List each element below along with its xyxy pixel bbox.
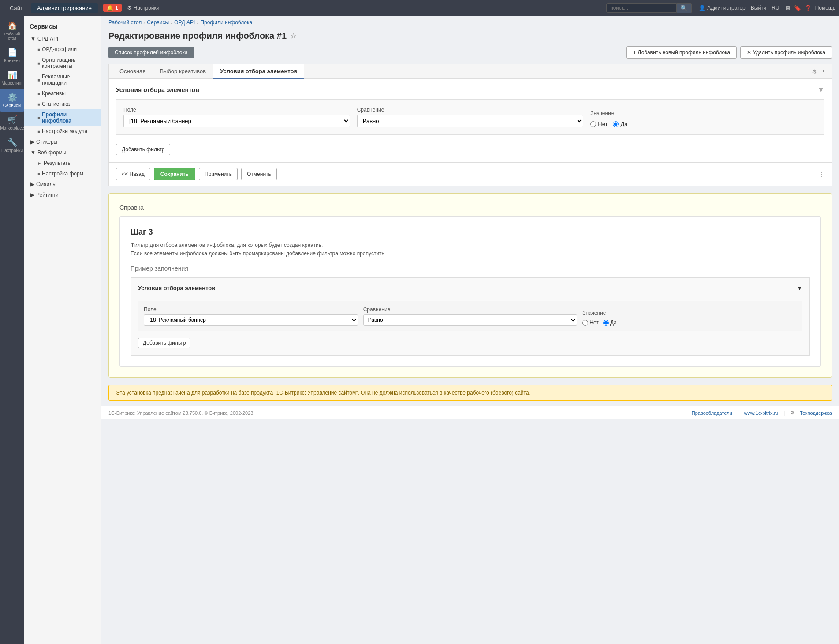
more-options-dots[interactable]: ⋮ [819,171,824,178]
footer-site-link[interactable]: www.1c-bitrix.ru [744,410,779,416]
page-title-area: Редактирование профиля инфоблока #1 ☆ [101,29,839,46]
nav-item-orgs[interactable]: ■ Организации/контрагенты [24,55,101,71]
radio-yes-label[interactable]: Да [613,121,627,127]
sidebar-label-marketing: Маркетинг [1,81,23,86]
help-text: Фильтр для отбора элементов инфоблока, д… [131,241,810,258]
radio-yes[interactable] [613,121,619,127]
nav-dot: ■ [37,61,40,66]
radio-no[interactable] [590,121,596,127]
nav-group-ord-api[interactable]: ▼ ОРД API [24,34,101,44]
site-tab[interactable]: Сайт [4,3,29,13]
sidebar-item-services[interactable]: ⚙️ Сервисы [0,89,24,112]
field-label: Поле [123,107,350,113]
breadcrumb-sep1: › [143,19,145,26]
main-layout: 🏠 Рабочийстол 📄 Контент 📊 Маркетинг ⚙️ С… [0,16,839,644]
sidebar-item-content[interactable]: 📄 Контент [0,44,24,67]
radio-yes-text: Да [620,121,627,127]
filter-collapse-icon[interactable]: ▼ [817,86,824,94]
sidebar-item-marketing[interactable]: 📊 Маркетинг [0,67,24,89]
help-link[interactable]: Помощь [815,5,835,11]
nav-item-creatives[interactable]: ■ Креативы [24,88,101,99]
sidebar-item-settings[interactable]: 🔧 Настройки [0,134,24,156]
nav-item-module-settings[interactable]: ■ Настройки модуля [24,126,101,137]
filter-cols: Поле [18] Рекламный баннер Сравнение Рав… [123,107,817,127]
admin-tab[interactable]: Администрирование [31,3,98,13]
nav-item-stats[interactable]: ■ Статистика [24,99,101,109]
tab-filter[interactable]: Условия отбора элементов [213,64,304,79]
help-radio-no-text: Нет [589,320,598,326]
help-radio-no[interactable] [582,320,588,326]
breadcrumb-dashboard[interactable]: Рабочий стол [108,19,142,26]
nav-item-ad-platforms[interactable]: ■ Рекламные площадки [24,71,101,88]
footer-sep2: | [783,410,785,416]
footer-support-link[interactable]: Техподдержка [800,410,832,416]
sidebar-item-dashboard[interactable]: 🏠 Рабочийстол [0,18,24,44]
nav-group-stickers[interactable]: ▶ Стикеры [24,137,101,147]
radio-no-text: Нет [598,121,608,127]
more-options-icon[interactable]: ⋮ [820,68,826,75]
help-radio-yes[interactable] [603,320,609,326]
dashboard-icon: 🏠 [7,21,17,31]
nav-label-stats: Статистика [42,101,70,107]
tab-creative-selection[interactable]: Выбор креативов [153,64,213,79]
nav-item-ord-profiles[interactable]: ■ ОРД-профили [24,44,101,55]
save-button[interactable]: Сохранить [154,168,195,180]
delete-profile-button[interactable]: ✕ Удалить профиль инфоблока [740,46,832,59]
nav-group-ratings[interactable]: ▶ Рейтинги [24,190,101,200]
field-select[interactable]: [18] Рекламный баннер [123,115,350,127]
help-add-filter-button[interactable]: Добавить фильтр [138,338,190,348]
language-selector[interactable]: RU [772,5,779,11]
tab-basic[interactable]: Основная [112,64,153,79]
warning-text: Эта установка предназначена для разработ… [116,390,530,396]
add-profile-button[interactable]: + Добавить новый профиль инфоблока [626,46,737,59]
breadcrumb-iblock-profiles[interactable]: Профили инфоблока [200,19,252,26]
nav-label-ad-platforms: Рекламные площадки [42,74,96,86]
notification-badge[interactable]: 🔔 1 [103,4,122,12]
help-example-title: Пример заполнения [131,265,810,272]
help-text-line1: Фильтр для отбора элементов инфоблока, д… [131,242,323,248]
marketing-icon: 📊 [7,70,17,80]
filter-comparison-col: Сравнение Равно [357,107,584,127]
help-field-select[interactable]: [18] Рекламный баннер [144,314,358,326]
add-filter-button[interactable]: Добавить фильтр [116,144,170,155]
nav-dot: ■ [37,91,40,96]
logout-button[interactable]: Выйти [751,5,767,11]
nav-label-module-settings: Настройки модуля [42,128,87,134]
sidebar-item-marketplace[interactable]: 🛒 Marketplace [0,112,24,134]
nav-group-ratings-icon: ▶ [30,192,34,198]
help-field-col: Поле [18] Рекламный баннер [144,306,358,326]
settings-gear-icon[interactable]: ⚙ [812,68,817,75]
back-button[interactable]: << Назад [116,168,150,180]
search-input[interactable] [606,3,677,13]
nav-label-creatives: Креативы [42,90,66,97]
sidebar-label-content: Контент [4,58,20,63]
breadcrumb-services[interactable]: Сервисы [147,19,169,26]
nav-group-webforms[interactable]: ▼ Веб-формы [24,147,101,158]
nav-item-form-settings[interactable]: ■ Настройка форм [24,168,101,179]
nav-group-ratings-label: Рейтинги [36,192,59,198]
search-button[interactable]: 🔍 [677,3,692,13]
nav-dot: ■ [37,129,40,134]
comparison-select[interactable]: Равно [357,115,584,127]
filter-field-col: Поле [18] Рекламный баннер [123,107,350,127]
help-comparison-select[interactable]: Равно [363,314,578,326]
page-title: Редактирование профиля инфоблока #1 [108,31,287,41]
apply-button[interactable]: Применить [199,168,238,180]
radio-no-label[interactable]: Нет [590,121,608,127]
list-profiles-button[interactable]: Список профилей инфоблока [108,47,194,58]
breadcrumb: Рабочий стол › Сервисы › ОРД API › Профи… [101,16,839,29]
breadcrumb-ord-api[interactable]: ОРД API [174,19,195,26]
cancel-button[interactable]: Отменить [241,168,277,180]
nav-item-iblock-profiles[interactable]: ■ Профили инфоблока [24,109,101,126]
footer-publishers-link[interactable]: Правообладатели [692,410,732,416]
favorite-icon[interactable]: ☆ [290,32,296,40]
nav-item-results[interactable]: ► Результаты [24,158,101,168]
help-radio-yes-label[interactable]: Да [603,320,617,326]
help-comparison-label: Сравнение [363,306,578,313]
help-radio-no-label[interactable]: Нет [582,320,598,326]
settings-link[interactable]: ⚙ Настройки [127,5,160,11]
filter-radio-group: Нет Да [590,118,817,127]
help-radio-yes-text: Да [610,320,617,326]
nav-section-title: Сервисы [24,19,101,34]
nav-group-smilies[interactable]: ▶ Смайлы [24,179,101,190]
